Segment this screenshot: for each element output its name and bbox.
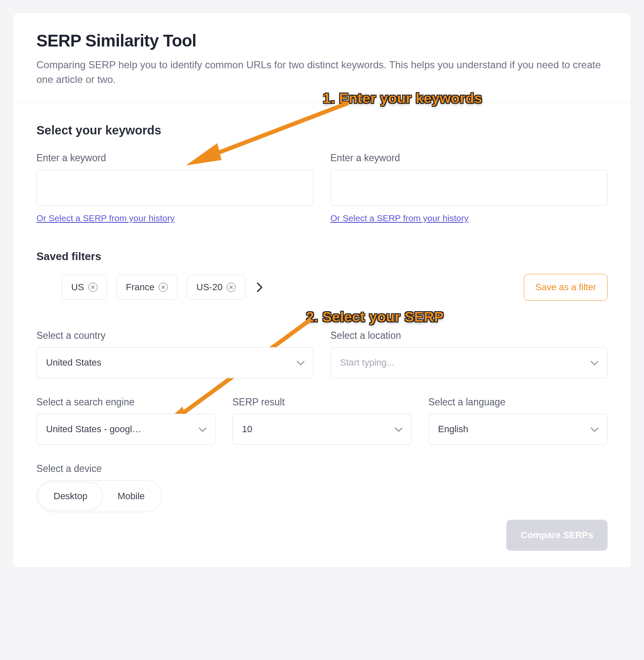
section-keywords-title: Select your keywords bbox=[36, 124, 608, 137]
keyword-col-right: Enter a keyword Or Select a SERP from yo… bbox=[330, 152, 608, 223]
language-value: English bbox=[438, 424, 585, 435]
saved-filters-section: Saved filters US ✕ France ✕ US-20 ✕ Save… bbox=[36, 250, 608, 301]
country-select[interactable]: United States bbox=[36, 347, 314, 378]
remove-chip-icon[interactable]: ✕ bbox=[88, 283, 98, 292]
keywords-row: Enter a keyword Or Select a SERP from yo… bbox=[36, 152, 608, 223]
filter-chip-label: US bbox=[71, 282, 84, 293]
saved-filters-row: US ✕ France ✕ US-20 ✕ Save as a filter bbox=[36, 274, 608, 301]
serp-result-field: SERP result 10 bbox=[232, 397, 412, 445]
location-select[interactable]: Start typing... bbox=[330, 347, 608, 378]
keyword-right-label: Enter a keyword bbox=[330, 152, 608, 164]
saved-filters-title: Saved filters bbox=[36, 250, 608, 263]
keyword-right-history-link[interactable]: Or Select a SERP from your history bbox=[330, 213, 469, 223]
compare-serps-button[interactable]: Compare SERPs bbox=[506, 520, 608, 551]
device-label: Select a device bbox=[36, 463, 608, 474]
footer-row: Compare SERPs bbox=[36, 520, 608, 551]
filter-chip-france[interactable]: France ✕ bbox=[116, 275, 178, 300]
page-subtitle: Comparing SERP help you to identify comm… bbox=[36, 58, 606, 87]
filter-chip-label: France bbox=[126, 282, 155, 293]
remove-chip-icon[interactable]: ✕ bbox=[159, 283, 168, 292]
language-select[interactable]: English bbox=[428, 414, 608, 445]
filters-next-button[interactable] bbox=[255, 282, 265, 292]
keyword-col-left: Enter a keyword Or Select a SERP from yo… bbox=[36, 152, 314, 223]
device-mobile-button[interactable]: Mobile bbox=[103, 482, 160, 510]
keyword-right-input[interactable] bbox=[330, 170, 608, 206]
location-placeholder: Start typing... bbox=[340, 357, 585, 368]
filter-chip-us[interactable]: US ✕ bbox=[62, 275, 107, 300]
filter-chip-label: US-20 bbox=[196, 282, 222, 293]
chevron-down-icon bbox=[394, 424, 403, 435]
page-title: SERP Similarity Tool bbox=[36, 31, 608, 50]
annotation-step2: 2. Select your SERP bbox=[306, 309, 444, 325]
chevron-down-icon bbox=[590, 357, 599, 368]
device-desktop-button[interactable]: Desktop bbox=[39, 482, 103, 510]
chevron-right-icon bbox=[256, 282, 263, 293]
search-engine-value: United States - googl… bbox=[46, 424, 193, 435]
serp-row-2: Select a search engine United States - g… bbox=[36, 397, 608, 445]
location-label: Select a location bbox=[330, 330, 608, 341]
search-engine-field: Select a search engine United States - g… bbox=[36, 397, 216, 445]
serp-row-1: Select a country United States Select a … bbox=[36, 330, 608, 378]
filter-chip-us20[interactable]: US-20 ✕ bbox=[187, 275, 245, 300]
country-label: Select a country bbox=[36, 330, 314, 341]
serp-result-select[interactable]: 10 bbox=[232, 414, 412, 445]
country-value: United States bbox=[46, 357, 291, 368]
save-as-filter-button[interactable]: Save as a filter bbox=[524, 274, 608, 301]
language-label: Select a language bbox=[428, 397, 608, 408]
chevron-down-icon bbox=[198, 424, 207, 435]
chevron-down-icon bbox=[590, 424, 599, 435]
keyword-left-label: Enter a keyword bbox=[36, 152, 314, 164]
keyword-left-history-link[interactable]: Or Select a SERP from your history bbox=[36, 213, 175, 223]
remove-chip-icon[interactable]: ✕ bbox=[227, 283, 236, 292]
serp-result-label: SERP result bbox=[232, 397, 412, 408]
search-engine-label: Select a search engine bbox=[36, 397, 216, 408]
serp-result-value: 10 bbox=[242, 424, 389, 435]
country-field: Select a country United States bbox=[36, 330, 314, 378]
device-toggle: Desktop Mobile bbox=[36, 480, 162, 512]
device-section: Select a device Desktop Mobile bbox=[36, 463, 608, 512]
keyword-left-input[interactable] bbox=[36, 170, 314, 206]
chevron-down-icon bbox=[296, 357, 305, 368]
body-section: 1. Enter your keywords 2. Select your SE… bbox=[13, 103, 631, 567]
location-field: Select a location Start typing... bbox=[330, 330, 608, 378]
tool-card: SERP Similarity Tool Comparing SERP help… bbox=[13, 13, 631, 568]
search-engine-select[interactable]: United States - googl… bbox=[36, 414, 216, 445]
header-section: SERP Similarity Tool Comparing SERP help… bbox=[13, 13, 631, 103]
language-field: Select a language English bbox=[428, 397, 608, 445]
